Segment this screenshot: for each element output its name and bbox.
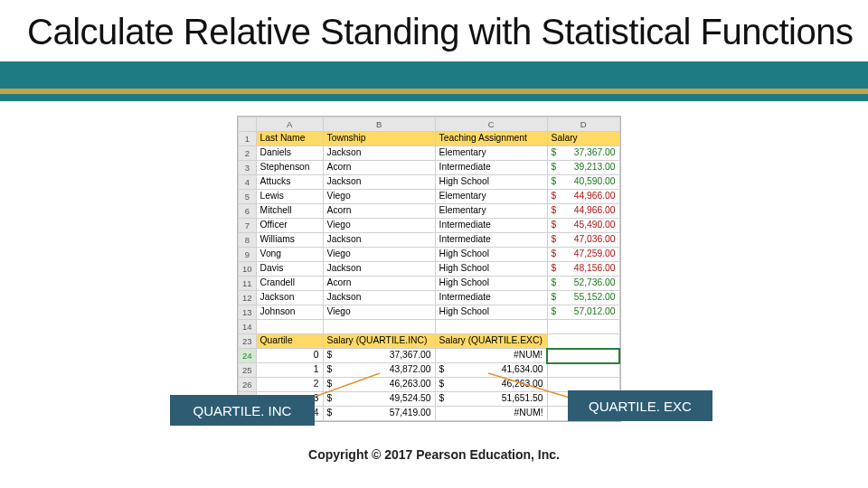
- empty-cell: [323, 320, 435, 334]
- cell-assignment: Elementary: [435, 204, 547, 219]
- cell-quartile-exc: #NUM!: [435, 407, 547, 421]
- header-salary: Salary: [547, 132, 619, 146]
- col-header-D: D: [547, 117, 619, 132]
- cell-assignment: High School: [435, 277, 547, 291]
- cell-salary: $47,036.00: [547, 233, 619, 248]
- row-header: 4: [239, 175, 257, 190]
- empty-cell: [547, 363, 619, 378]
- cell-quartile-inc: $49,524.50: [323, 392, 435, 407]
- cell-township: Acorn: [323, 204, 435, 219]
- cell-quartile-inc: $37,367.00: [323, 349, 435, 363]
- row-header: 13: [239, 305, 257, 320]
- cell-salary: $39,213.00: [547, 161, 619, 175]
- cell-lastname: Stephenson: [256, 161, 323, 175]
- row-header: 6: [239, 204, 257, 219]
- cell-lastname: Vong: [256, 248, 323, 262]
- empty-cell: [256, 320, 323, 334]
- cell-lastname: Mitchell: [256, 204, 323, 219]
- cell-salary: $40,590.00: [547, 175, 619, 190]
- cell-assignment: High School: [435, 248, 547, 262]
- cell-township: Jackson: [323, 175, 435, 190]
- header-quartile-inc: Salary (QUARTILE.INC): [323, 334, 435, 349]
- header-township: Township: [323, 132, 435, 146]
- row-header: 12: [239, 291, 257, 305]
- row-header: 3: [239, 161, 257, 175]
- cell-salary: $44,966.00: [547, 204, 619, 219]
- row-header: 2: [239, 146, 257, 161]
- cell-assignment: Intermediate: [435, 161, 547, 175]
- cell-assignment: High School: [435, 262, 547, 277]
- title-accent-band: [0, 61, 868, 101]
- header-quartile: Quartile: [256, 334, 323, 349]
- slide-title: Calculate Relative Standing with Statist…: [27, 11, 853, 52]
- cell-township: Viego: [323, 190, 435, 204]
- cell-lastname: Jackson: [256, 291, 323, 305]
- empty-cell: [435, 320, 547, 334]
- cell-quartile-exc: $41,634.00: [435, 363, 547, 378]
- header-quartile-exc: Salary (QUARTILE.EXC): [435, 334, 547, 349]
- cell-quartile-k: 2: [256, 378, 323, 392]
- cell-lastname: Attucks: [256, 175, 323, 190]
- cell-lastname: Johnson: [256, 305, 323, 320]
- callout-quartile-inc: QUARTILE. INC: [170, 395, 315, 426]
- row-header: 25: [239, 363, 257, 378]
- cell-assignment: Intermediate: [435, 233, 547, 248]
- callout-quartile-exc: QUARTILE. EXC: [568, 390, 712, 421]
- selected-cell: [547, 349, 619, 363]
- cell-lastname: Crandell: [256, 277, 323, 291]
- col-header-C: C: [435, 117, 547, 132]
- cell-assignment: High School: [435, 305, 547, 320]
- spreadsheet-table: A B C D 1 Last Name Township Teaching As…: [238, 117, 620, 421]
- corner-cell: [239, 117, 257, 132]
- row-header: 14: [239, 320, 257, 334]
- cell-quartile-k: 1: [256, 363, 323, 378]
- row-header: 9: [239, 248, 257, 262]
- cell-assignment: Intermediate: [435, 291, 547, 305]
- cell-salary: $47,259.00: [547, 248, 619, 262]
- cell-township: Acorn: [323, 277, 435, 291]
- row-header: 11: [239, 277, 257, 291]
- row-header: 7: [239, 219, 257, 233]
- cell-assignment: Elementary: [435, 190, 547, 204]
- cell-quartile-inc: $46,263.00: [323, 378, 435, 392]
- cell-salary: $48,156.00: [547, 262, 619, 277]
- cell-salary: $55,152.00: [547, 291, 619, 305]
- row-header: 1: [239, 132, 257, 146]
- cell-lastname: Officer: [256, 219, 323, 233]
- cell-salary: $45,490.00: [547, 219, 619, 233]
- cell-quartile-exc: $46,263.00: [435, 378, 547, 392]
- header-lastname: Last Name: [256, 132, 323, 146]
- cell-quartile-exc: #NUM!: [435, 349, 547, 363]
- row-header: 23: [239, 334, 257, 349]
- cell-quartile-inc: $57,419.00: [323, 407, 435, 421]
- col-header-A: A: [256, 117, 323, 132]
- cell-assignment: Elementary: [435, 146, 547, 161]
- cell-lastname: Williams: [256, 233, 323, 248]
- cell-township: Jackson: [323, 146, 435, 161]
- cell-township: Jackson: [323, 262, 435, 277]
- cell-quartile-k: 0: [256, 349, 323, 363]
- cell-quartile-inc: $43,872.00: [323, 363, 435, 378]
- cell-township: Viego: [323, 248, 435, 262]
- cell-salary: $52,736.00: [547, 277, 619, 291]
- col-header-B: B: [323, 117, 435, 132]
- cell-assignment: High School: [435, 175, 547, 190]
- cell-lastname: Daniels: [256, 146, 323, 161]
- cell-township: Viego: [323, 305, 435, 320]
- empty-cell: [547, 320, 619, 334]
- empty-cell: [547, 334, 619, 349]
- row-header: 5: [239, 190, 257, 204]
- row-header: 8: [239, 233, 257, 248]
- row-header: 10: [239, 262, 257, 277]
- cell-township: Jackson: [323, 233, 435, 248]
- cell-lastname: Davis: [256, 262, 323, 277]
- spreadsheet: A B C D 1 Last Name Township Teaching As…: [237, 116, 621, 422]
- cell-township: Viego: [323, 219, 435, 233]
- cell-salary: $57,012.00: [547, 305, 619, 320]
- cell-assignment: Intermediate: [435, 219, 547, 233]
- cell-township: Jackson: [323, 291, 435, 305]
- cell-township: Acorn: [323, 161, 435, 175]
- cell-quartile-exc: $51,651.50: [435, 392, 547, 407]
- cell-lastname: Lewis: [256, 190, 323, 204]
- cell-salary: $44,966.00: [547, 190, 619, 204]
